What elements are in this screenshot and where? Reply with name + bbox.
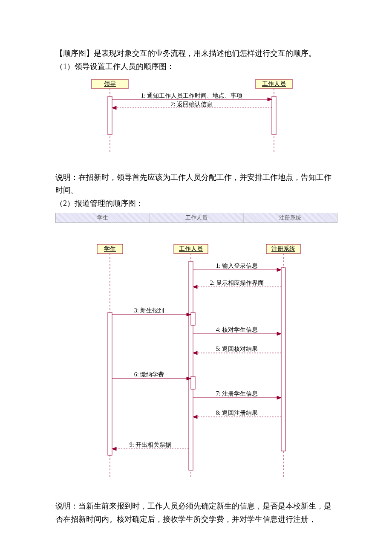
d1-actor-a: 领导	[104, 81, 116, 87]
d2-msg-2: 2: 显示相应操作界面	[210, 280, 264, 286]
svg-marker-22	[193, 285, 197, 289]
d2-msg-9: 9: 开出相关票据	[130, 442, 171, 448]
d2-actor-c: 注册系统	[271, 246, 295, 252]
svg-rect-16	[189, 261, 193, 470]
d1-msg-2: 2: 返回确认信息	[171, 101, 213, 107]
d2-msg-6: 6: 缴纳学费	[134, 371, 164, 378]
svg-marker-36	[193, 415, 197, 419]
tab-system: 注册系统	[244, 213, 337, 223]
intro-text-1: 【顺序图】是表现对象交互的业务流程，用来描述他们怎样进行交互的顺序。	[55, 47, 337, 60]
diagram2-header-tabs: 学生 工作人员 注册系统	[55, 213, 337, 223]
svg-marker-38	[112, 447, 116, 451]
svg-rect-17	[281, 268, 285, 451]
svg-marker-7	[268, 98, 272, 101]
d2-msg-3: 3: 新生报到	[134, 307, 164, 314]
intro-text-2: （1）领导设置工作人员的顺序图：	[55, 60, 337, 73]
outro-text-1: 说明：当新生前来报到时，工作人员必须先确定新生的信息，是否是本校新生，是否在招新…	[55, 500, 337, 526]
d2-msg-7: 7: 注册学生信息	[216, 390, 258, 397]
svg-marker-9	[112, 106, 116, 110]
svg-marker-34	[277, 396, 281, 399]
tab-staff: 工作人员	[150, 213, 243, 223]
tab-student: 学生	[56, 213, 150, 223]
svg-rect-4	[108, 96, 112, 135]
svg-rect-18	[108, 312, 112, 455]
d1-msg-1: 1: 通知工作人员工作时间、地点、事项	[141, 92, 242, 99]
d2-msg-4: 4: 核对学生信息	[216, 327, 258, 333]
svg-marker-20	[277, 268, 281, 272]
mid-text-2: （2）报道管理的顺序图：	[55, 197, 337, 210]
svg-marker-27	[277, 332, 281, 335]
d2-actor-a: 学生	[104, 246, 116, 252]
d1-actor-b: 工作人员	[262, 81, 286, 87]
sequence-diagram-2: 学生 工作人员 注册系统 1: 输入登录信息 2: 显示相应操作界面	[55, 227, 337, 487]
mid-text-1: 说明：在招新时，领导首先应该为工作人员分配工作，并安排工作地点，告知工作时间。	[55, 171, 337, 197]
d2-msg-8: 8: 返回注册结果	[216, 410, 258, 416]
d2-msg-1: 1: 输入登录信息	[216, 263, 258, 269]
d2-msg-5: 5: 返回核对结果	[216, 346, 258, 352]
svg-marker-29	[193, 351, 197, 355]
sequence-diagram-1: 领导 工作人员 1: 通知工作人员工作时间、地点、事项 2: 返回确认信息	[55, 77, 337, 158]
d2-actor-b: 工作人员	[179, 246, 203, 252]
svg-rect-23	[191, 312, 195, 325]
svg-rect-5	[272, 96, 276, 135]
svg-rect-30	[191, 376, 195, 389]
